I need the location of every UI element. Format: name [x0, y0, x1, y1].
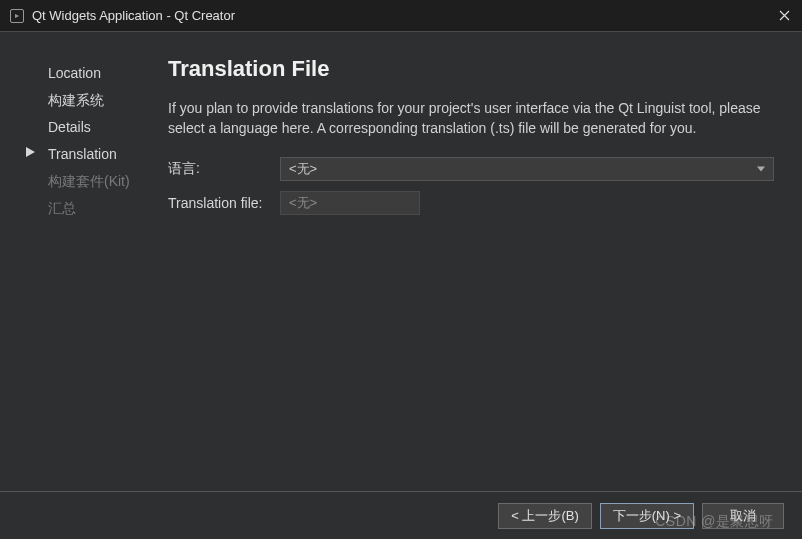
page-title: Translation File — [168, 56, 774, 82]
sidebar-item-buildsystem: 构建系统 — [20, 87, 148, 114]
sidebar-item-location: Location — [20, 60, 148, 87]
language-row: 语言: <无> — [168, 157, 774, 181]
translationfile-row: Translation file: <无> — [168, 191, 774, 215]
cancel-button[interactable]: 取消 — [702, 503, 784, 529]
back-button[interactable]: < 上一步(B) — [498, 503, 592, 529]
language-value: <无> — [289, 160, 317, 178]
titlebar: ▸ Qt Widgets Application - Qt Creator — [0, 0, 802, 32]
translationfile-field: <无> — [280, 191, 420, 215]
wizard-sidebar: Location 构建系统 Details Translation 构建套件(K… — [0, 42, 158, 491]
sidebar-item-kits: 构建套件(Kit) — [20, 168, 148, 195]
translationfile-value: <无> — [289, 194, 317, 212]
sidebar-item-translation: Translation — [20, 141, 148, 168]
wizard-main: Translation File If you plan to provide … — [158, 42, 802, 491]
page-description: If you plan to provide translations for … — [168, 98, 774, 139]
window-title: Qt Widgets Application - Qt Creator — [32, 8, 768, 23]
translationfile-label: Translation file: — [168, 195, 280, 211]
close-icon[interactable] — [768, 1, 800, 31]
language-combobox[interactable]: <无> — [280, 157, 774, 181]
sidebar-item-details: Details — [20, 114, 148, 141]
chevron-down-icon — [757, 166, 765, 171]
language-label: 语言: — [168, 160, 280, 178]
wizard-body: Location 构建系统 Details Translation 构建套件(K… — [0, 32, 802, 491]
next-button[interactable]: 下一步(N) > — [600, 503, 694, 529]
app-icon: ▸ — [10, 9, 24, 23]
sidebar-item-summary: 汇总 — [20, 195, 148, 222]
wizard-button-row: < 上一步(B) 下一步(N) > 取消 — [0, 491, 802, 539]
